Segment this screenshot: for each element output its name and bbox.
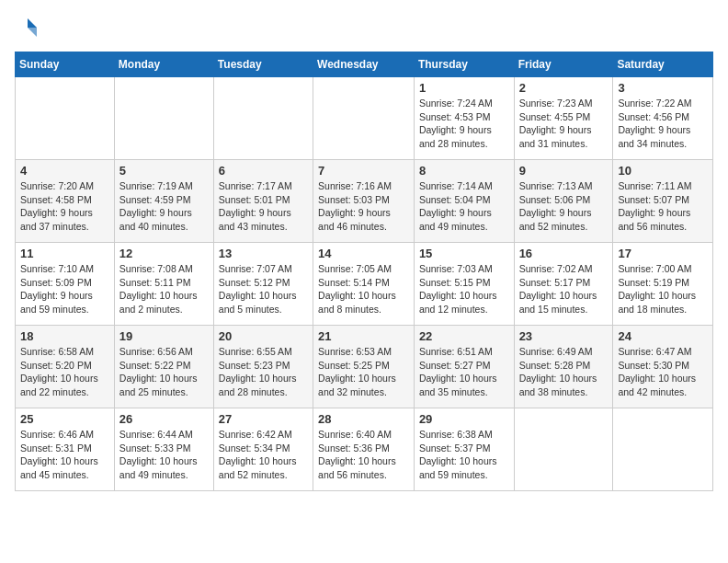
- day-cell: 5Sunrise: 7:19 AM Sunset: 4:59 PM Daylig…: [114, 160, 213, 243]
- day-info: Sunrise: 6:49 AM Sunset: 5:28 PM Dayligh…: [519, 345, 609, 399]
- day-info: Sunrise: 7:24 AM Sunset: 4:53 PM Dayligh…: [419, 97, 509, 151]
- header-cell-saturday: Saturday: [613, 52, 713, 77]
- week-row-1: 1Sunrise: 7:24 AM Sunset: 4:53 PM Daylig…: [16, 77, 713, 160]
- day-cell: 9Sunrise: 7:13 AM Sunset: 5:06 PM Daylig…: [514, 160, 613, 243]
- day-info: Sunrise: 7:11 AM Sunset: 5:07 PM Dayligh…: [618, 179, 708, 234]
- day-cell: 16Sunrise: 7:02 AM Sunset: 5:17 PM Dayli…: [514, 243, 613, 326]
- day-number: 29: [419, 412, 509, 426]
- day-cell: 8Sunrise: 7:14 AM Sunset: 5:04 PM Daylig…: [414, 160, 514, 243]
- day-info: Sunrise: 7:02 AM Sunset: 5:17 PM Dayligh…: [519, 262, 609, 316]
- day-cell: 7Sunrise: 7:16 AM Sunset: 5:03 PM Daylig…: [313, 160, 415, 243]
- calendar-table: SundayMondayTuesdayWednesdayThursdayFrid…: [15, 52, 713, 491]
- day-number: 13: [219, 247, 308, 260]
- header: [15, 15, 713, 40]
- day-info: Sunrise: 7:20 AM Sunset: 4:58 PM Dayligh…: [20, 179, 109, 234]
- day-cell: 27Sunrise: 6:42 AM Sunset: 5:34 PM Dayli…: [213, 408, 313, 491]
- day-cell: 23Sunrise: 6:49 AM Sunset: 5:28 PM Dayli…: [514, 326, 613, 408]
- day-cell: 11Sunrise: 7:10 AM Sunset: 5:09 PM Dayli…: [16, 243, 115, 326]
- day-info: Sunrise: 7:10 AM Sunset: 5:09 PM Dayligh…: [20, 262, 109, 316]
- day-cell: 2Sunrise: 7:23 AM Sunset: 4:55 PM Daylig…: [514, 77, 613, 160]
- day-cell: [313, 77, 415, 160]
- day-number: 23: [519, 329, 609, 343]
- day-number: 26: [119, 412, 209, 426]
- day-number: 11: [20, 247, 109, 260]
- header-cell-friday: Friday: [514, 52, 613, 77]
- day-cell: 1Sunrise: 7:24 AM Sunset: 4:53 PM Daylig…: [414, 77, 514, 160]
- day-info: Sunrise: 7:16 AM Sunset: 5:03 PM Dayligh…: [318, 179, 409, 234]
- day-cell: [613, 408, 713, 491]
- day-number: 19: [119, 329, 209, 343]
- day-cell: [114, 77, 213, 160]
- day-cell: 24Sunrise: 6:47 AM Sunset: 5:30 PM Dayli…: [613, 326, 713, 408]
- day-number: 9: [519, 164, 609, 178]
- day-cell: 15Sunrise: 7:03 AM Sunset: 5:15 PM Dayli…: [414, 243, 514, 326]
- day-number: 17: [618, 247, 708, 260]
- day-number: 12: [119, 247, 209, 260]
- day-number: 1: [419, 81, 509, 95]
- day-cell: 6Sunrise: 7:17 AM Sunset: 5:01 PM Daylig…: [213, 160, 313, 243]
- day-info: Sunrise: 6:42 AM Sunset: 5:34 PM Dayligh…: [219, 428, 308, 482]
- day-number: 16: [519, 247, 609, 260]
- day-number: 14: [318, 247, 409, 260]
- day-info: Sunrise: 7:22 AM Sunset: 4:56 PM Dayligh…: [618, 97, 708, 151]
- day-number: 8: [419, 164, 509, 178]
- day-info: Sunrise: 7:19 AM Sunset: 4:59 PM Dayligh…: [119, 179, 209, 234]
- day-info: Sunrise: 6:55 AM Sunset: 5:23 PM Dayligh…: [219, 345, 308, 399]
- header-cell-wednesday: Wednesday: [313, 52, 415, 77]
- day-number: 22: [419, 329, 509, 343]
- header-cell-tuesday: Tuesday: [213, 52, 313, 77]
- day-info: Sunrise: 6:53 AM Sunset: 5:25 PM Dayligh…: [318, 345, 409, 399]
- week-row-4: 18Sunrise: 6:58 AM Sunset: 5:20 PM Dayli…: [16, 326, 713, 408]
- day-info: Sunrise: 7:03 AM Sunset: 5:15 PM Dayligh…: [419, 262, 509, 316]
- day-cell: 13Sunrise: 7:07 AM Sunset: 5:12 PM Dayli…: [213, 243, 313, 326]
- header-row: SundayMondayTuesdayWednesdayThursdayFrid…: [16, 52, 713, 77]
- day-info: Sunrise: 7:00 AM Sunset: 5:19 PM Dayligh…: [618, 262, 708, 316]
- day-number: 2: [519, 81, 609, 95]
- day-cell: 20Sunrise: 6:55 AM Sunset: 5:23 PM Dayli…: [213, 326, 313, 408]
- week-row-2: 4Sunrise: 7:20 AM Sunset: 4:58 PM Daylig…: [16, 160, 713, 243]
- day-number: 28: [318, 412, 409, 426]
- day-cell: 19Sunrise: 6:56 AM Sunset: 5:22 PM Dayli…: [114, 326, 213, 408]
- day-info: Sunrise: 7:17 AM Sunset: 5:01 PM Dayligh…: [219, 179, 308, 234]
- day-info: Sunrise: 7:05 AM Sunset: 5:14 PM Dayligh…: [318, 262, 409, 316]
- day-cell: 10Sunrise: 7:11 AM Sunset: 5:07 PM Dayli…: [613, 160, 713, 243]
- day-cell: 17Sunrise: 7:00 AM Sunset: 5:19 PM Dayli…: [613, 243, 713, 326]
- day-info: Sunrise: 7:14 AM Sunset: 5:04 PM Dayligh…: [419, 179, 509, 234]
- day-number: 10: [618, 164, 708, 178]
- day-cell: 4Sunrise: 7:20 AM Sunset: 4:58 PM Daylig…: [16, 160, 115, 243]
- day-cell: 3Sunrise: 7:22 AM Sunset: 4:56 PM Daylig…: [613, 77, 713, 160]
- week-row-5: 25Sunrise: 6:46 AM Sunset: 5:31 PM Dayli…: [16, 408, 713, 491]
- day-info: Sunrise: 7:23 AM Sunset: 4:55 PM Dayligh…: [519, 97, 609, 151]
- day-cell: 12Sunrise: 7:08 AM Sunset: 5:11 PM Dayli…: [114, 243, 213, 326]
- logo: [15, 15, 44, 40]
- logo-icon: [15, 15, 40, 40]
- day-number: 5: [119, 164, 209, 178]
- day-number: 21: [318, 329, 409, 343]
- day-info: Sunrise: 6:58 AM Sunset: 5:20 PM Dayligh…: [20, 345, 109, 399]
- day-number: 27: [219, 412, 308, 426]
- day-number: 3: [618, 81, 708, 95]
- day-cell: 21Sunrise: 6:53 AM Sunset: 5:25 PM Dayli…: [313, 326, 415, 408]
- day-cell: 25Sunrise: 6:46 AM Sunset: 5:31 PM Dayli…: [16, 408, 115, 491]
- day-info: Sunrise: 6:40 AM Sunset: 5:36 PM Dayligh…: [318, 428, 409, 482]
- day-number: 24: [618, 329, 708, 343]
- day-info: Sunrise: 6:51 AM Sunset: 5:27 PM Dayligh…: [419, 345, 509, 399]
- day-number: 25: [20, 412, 109, 426]
- day-info: Sunrise: 7:08 AM Sunset: 5:11 PM Dayligh…: [119, 262, 209, 316]
- day-info: Sunrise: 6:44 AM Sunset: 5:33 PM Dayligh…: [119, 428, 209, 482]
- day-number: 6: [219, 164, 308, 178]
- header-cell-thursday: Thursday: [414, 52, 514, 77]
- day-info: Sunrise: 7:13 AM Sunset: 5:06 PM Dayligh…: [519, 179, 609, 234]
- day-cell: [514, 408, 613, 491]
- day-cell: [213, 77, 313, 160]
- day-info: Sunrise: 6:56 AM Sunset: 5:22 PM Dayligh…: [119, 345, 209, 399]
- day-number: 20: [219, 329, 308, 343]
- day-number: 18: [20, 329, 109, 343]
- day-cell: 18Sunrise: 6:58 AM Sunset: 5:20 PM Dayli…: [16, 326, 115, 408]
- day-cell: [16, 77, 115, 160]
- day-number: 4: [20, 164, 109, 178]
- day-number: 7: [318, 164, 409, 178]
- day-number: 15: [419, 247, 509, 260]
- header-cell-monday: Monday: [114, 52, 213, 77]
- day-cell: 26Sunrise: 6:44 AM Sunset: 5:33 PM Dayli…: [114, 408, 213, 491]
